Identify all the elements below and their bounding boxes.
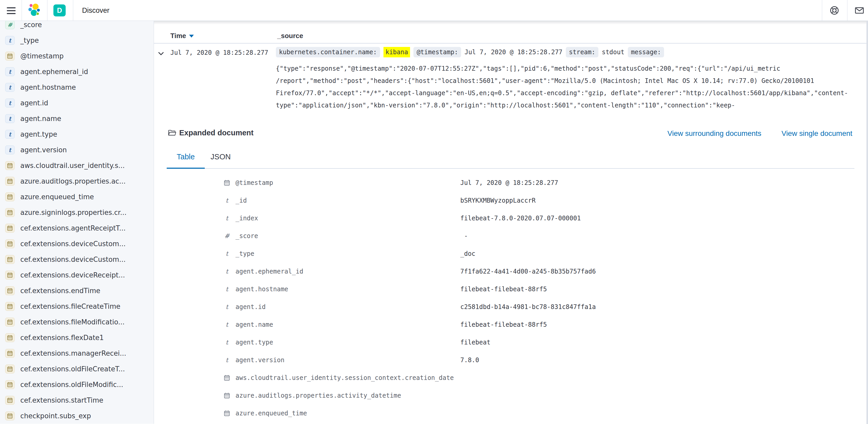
active-tab-indicator [167, 168, 205, 169]
source-field-value: Jul 7, 2020 @ 18:25:28.277 [464, 49, 562, 56]
sidebar-field-cef.extensions.oldfilecreatet...[interactable]: cef.extensions.oldFileCreateT... [0, 361, 154, 377]
string-field-icon: t [223, 321, 230, 328]
tab-table[interactable]: Table [167, 152, 205, 168]
sidebar-field-cef.extensions.filemodificatio...[interactable]: cef.extensions.fileModificatio... [0, 314, 154, 330]
collapse-row-chevron-down-icon[interactable] [157, 49, 165, 58]
field-label: checkpoint.subs_exp [20, 412, 91, 420]
elastic-logo[interactable] [27, 3, 42, 18]
field-label: cef.extensions.startTime [20, 396, 103, 404]
view-surrounding-documents-link[interactable]: View surrounding documents [668, 129, 762, 138]
sidebar-field-azure.signinlogs.properties.cr...[interactable]: azure.signinlogs.properties.cr... [0, 205, 154, 220]
results-table-header: Time _source [154, 21, 868, 44]
field-table-row: #_score - [154, 227, 868, 245]
string-field-icon: t [223, 215, 230, 222]
field-table-row: tagent.typefilebeat [154, 334, 868, 351]
sidebar-field-agent.version[interactable]: tagent.version [0, 142, 154, 158]
source-field-name-pill: @timestamp: [413, 47, 461, 57]
field-label: cef.extensions.managerRecei... [20, 349, 126, 357]
field-table-row: azure.auditlogs.properties.activity_date… [154, 387, 868, 404]
sidebar-field-cef.extensions.flexdate1[interactable]: cef.extensions.flexDate1 [0, 330, 154, 345]
sidebar-field-cef.extensions.agentreceiptt...[interactable]: cef.extensions.agentReceiptT... [0, 220, 154, 236]
string-field-icon: t [5, 83, 14, 92]
field-name: agent.name [236, 321, 273, 328]
field-value: filebeat-filebeat-88rf5 [460, 321, 547, 328]
sidebar-field-@timestamp[interactable]: @timestamp [0, 48, 154, 64]
string-field-icon: t [223, 303, 230, 311]
field-label: cef.extensions.deviceCustom... [20, 256, 126, 263]
sidebar-field-cef.extensions.starttime[interactable]: cef.extensions.startTime [0, 392, 154, 408]
source-column-header: _source [277, 32, 303, 40]
field-label: azure.signinlogs.properties.cr... [20, 208, 127, 217]
calendar-icon [5, 193, 14, 201]
space-badge[interactable]: D [53, 4, 66, 17]
field-name: azure.enqueued_time [236, 409, 307, 417]
field-label: cef.extensions.endTime [20, 287, 100, 295]
field-name: @timestamp [236, 179, 273, 187]
sidebar-field-agent.name[interactable]: tagent.name [0, 111, 154, 126]
sidebar-field-cef.extensions.devicereceipt...[interactable]: cef.extensions.deviceReceipt... [0, 267, 154, 283]
calendar-icon [5, 318, 14, 327]
source-field-name-pill: kubernetes.container.name: [276, 47, 380, 57]
field-value: 7f1fa622-4a41-4d00-a245-8b35b757fad6 [460, 268, 596, 275]
field-value: _doc [460, 250, 475, 257]
time-column-sort-button[interactable]: Time [170, 32, 194, 40]
sidebar-field-cef.extensions.managerrecei...[interactable]: cef.extensions.managerRecei... [0, 345, 154, 361]
field-name: agent.type [236, 339, 273, 346]
sidebar-field-cef.extensions.oldfilemodific...[interactable]: cef.extensions.oldFileModific... [0, 377, 154, 392]
sidebar-field-cef.extensions.endtime[interactable]: cef.extensions.endTime [0, 283, 154, 299]
sidebar-field-cef.extensions.devicecustom...[interactable]: cef.extensions.deviceCustom... [0, 236, 154, 252]
field-table-row: tagent.version7.8.0 [154, 351, 868, 369]
top-navigation-bar: D Discover [0, 0, 868, 21]
sidebar-field-_type[interactable]: t_type [0, 33, 154, 48]
help-icon[interactable] [830, 6, 839, 15]
field-value: 7.8.0 [460, 357, 479, 364]
calendar-icon [5, 380, 14, 389]
field-name: aws.cloudtrail.user_identity.session_con… [236, 374, 454, 381]
field-label: agent.ephemeral_id [20, 68, 88, 76]
calendar-icon [5, 52, 14, 60]
menu-icon[interactable] [5, 0, 18, 21]
sidebar-field-_score[interactable]: #_score [0, 21, 154, 33]
calendar-icon [223, 179, 230, 187]
calendar-icon [5, 286, 14, 295]
vertical-scrollbar[interactable] [866, 21, 868, 424]
field-label: cef.extensions.agentReceiptT... [20, 224, 126, 232]
field-label: agent.hostname [20, 83, 76, 91]
tab-json[interactable]: JSON [205, 152, 237, 168]
document-message-text: {"type":"response","@timestamp":"2020-07… [276, 63, 848, 112]
calendar-icon [5, 255, 14, 264]
header-divider [822, 0, 822, 21]
header-divider [47, 0, 48, 21]
sidebar-field-aws.cloudtrail.user_identity.s...[interactable]: aws.cloudtrail.user_identity.s... [0, 158, 154, 173]
field-value: bSRYKXMBWyzoppLaccrR [460, 197, 536, 204]
sidebar-field-azure.auditlogs.properties.ac...[interactable]: azure.auditlogs.properties.ac... [0, 173, 154, 189]
highlighted-source-value: kibana [383, 47, 410, 57]
field-table-row: aws.cloudtrail.user_identity.session_con… [154, 369, 868, 387]
field-value: c2581dbd-b14a-4981-bc78-831c847ffa1a [460, 303, 596, 311]
calendar-icon [5, 208, 14, 217]
calendar-icon [223, 392, 230, 399]
field-table-row: @timestampJul 7, 2020 @ 18:25:28.277 [154, 174, 868, 192]
calendar-icon [223, 409, 230, 417]
field-label: agent.version [20, 146, 67, 154]
sidebar-field-agent.ephemeral_id[interactable]: tagent.ephemeral_id [0, 64, 154, 80]
number-field-icon: # [5, 21, 14, 29]
page-title: Discover [82, 0, 110, 21]
document-field-table: @timestampJul 7, 2020 @ 18:25:28.277t_id… [154, 174, 868, 422]
calendar-icon [5, 271, 14, 280]
sort-desc-icon [189, 35, 194, 37]
mail-icon[interactable] [855, 6, 864, 15]
field-name: azure.auditlogs.properties.activity_date… [236, 392, 401, 399]
header-divider [22, 0, 22, 21]
field-name: _id [236, 197, 247, 204]
sidebar-field-cef.extensions.filecreatetime[interactable]: cef.extensions.fileCreateTime [0, 299, 154, 314]
sidebar-field-agent.hostname[interactable]: tagent.hostname [0, 80, 154, 95]
sidebar-field-azure.enqueued_time[interactable]: azure.enqueued_time [0, 189, 154, 205]
field-label: agent.id [20, 99, 48, 107]
sidebar-field-agent.type[interactable]: tagent.type [0, 126, 154, 142]
sidebar-field-cef.extensions.devicecustom...[interactable]: cef.extensions.deviceCustom... [0, 252, 154, 267]
sidebar-field-checkpoint.subs_exp[interactable]: checkpoint.subs_exp [0, 408, 154, 424]
view-single-document-link[interactable]: View single document [781, 129, 852, 138]
sidebar-field-agent.id[interactable]: tagent.id [0, 95, 154, 111]
field-label: agent.name [20, 115, 61, 122]
